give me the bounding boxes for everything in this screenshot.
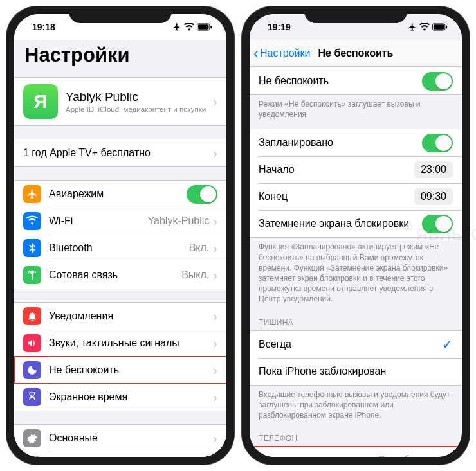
profile-sub: Apple ID, iCloud, медиаконтент и покупки bbox=[66, 105, 213, 113]
row-label: Запланировано bbox=[259, 137, 422, 148]
svg-rect-5 bbox=[434, 24, 444, 29]
screen-left: 19:18 Настройки Я Yablyk Public Apple ID… bbox=[14, 14, 226, 457]
settings-content: Настройки Я Yablyk Public Apple ID, iClo… bbox=[14, 40, 226, 457]
status-time: 19:19 bbox=[268, 22, 291, 32]
end-time-row[interactable]: Конец 09:30 bbox=[250, 183, 462, 210]
chevron-left-icon: ‹ bbox=[253, 44, 259, 62]
notch bbox=[69, 6, 172, 23]
dim-lock-screen-row[interactable]: Затемнение экрана блокировки bbox=[250, 210, 462, 237]
page-title: Настройки bbox=[14, 40, 226, 72]
speaker-icon bbox=[23, 334, 41, 352]
dnd-toggle-row[interactable]: Не беспокоить bbox=[250, 67, 462, 94]
status-icons bbox=[172, 22, 212, 31]
settings-row-airplane[interactable]: Авиарежим bbox=[14, 181, 226, 208]
dim-switch[interactable] bbox=[422, 215, 453, 233]
chevron-icon: › bbox=[448, 453, 453, 457]
phone-right: ЯБЛЫК 19:19 ‹ Настройки Не беспокоить Не… bbox=[242, 6, 470, 465]
row-label: Основные bbox=[49, 432, 213, 444]
chevron-icon: › bbox=[213, 241, 217, 256]
chevron-icon: › bbox=[213, 94, 217, 109]
scheduled-switch[interactable] bbox=[422, 134, 453, 152]
wifi-status-icon bbox=[184, 23, 194, 31]
promo-group: 1 год Apple TV+ бесплатно › bbox=[14, 139, 226, 167]
settings-row-hourglass[interactable]: Экранное время› bbox=[14, 384, 226, 411]
row-label: Звуки, тактильные сигналы bbox=[49, 337, 213, 349]
status-icons bbox=[408, 22, 448, 31]
row-label: Авиарежим bbox=[49, 188, 187, 200]
battery-status-icon bbox=[197, 23, 212, 31]
svg-rect-2 bbox=[210, 26, 212, 29]
schedule-group: Запланировано Начало 23:00 Конец 09:30 З… bbox=[250, 129, 462, 238]
row-label: Допуск вызовов bbox=[259, 454, 378, 457]
chevron-icon: › bbox=[213, 309, 217, 324]
row-label: Не беспокоить bbox=[259, 75, 422, 87]
antenna-icon bbox=[23, 266, 41, 284]
row-label: Уведомления bbox=[49, 310, 213, 322]
moon-icon bbox=[23, 361, 41, 379]
apple-id-row[interactable]: Я Yablyk Public Apple ID, iCloud, медиак… bbox=[14, 78, 226, 125]
chevron-icon: › bbox=[213, 214, 217, 229]
chevron-icon: › bbox=[213, 363, 217, 378]
row-detail: Вкл. bbox=[189, 242, 210, 254]
bell-icon bbox=[23, 307, 41, 325]
bluetooth-icon bbox=[23, 239, 41, 257]
svg-rect-6 bbox=[446, 26, 447, 29]
avatar: Я bbox=[23, 84, 58, 119]
row-label: Всегда bbox=[259, 339, 442, 350]
silence-option-row[interactable]: Всегда✓ bbox=[250, 331, 462, 358]
phone-left: 19:18 Настройки Я Yablyk Public Apple ID… bbox=[6, 6, 234, 465]
settings-row-bluetooth[interactable]: BluetoothВкл.› bbox=[14, 235, 226, 262]
row-label: Wi-Fi bbox=[49, 215, 148, 227]
scheduled-row[interactable]: Запланировано bbox=[250, 129, 462, 156]
controls-icon bbox=[23, 456, 41, 457]
silence-option-row[interactable]: Пока iPhone заблокирован bbox=[250, 358, 462, 385]
row-label: 1 год Apple TV+ бесплатно bbox=[23, 147, 213, 159]
allow-calls-group: Допуск вызовов От избранных › bbox=[250, 446, 462, 457]
allow-calls-row[interactable]: Допуск вызовов От избранных › bbox=[250, 447, 462, 457]
general-group: Основные›Пункт управления›AAЭкран и ярко… bbox=[14, 424, 226, 457]
airplane-icon bbox=[23, 185, 41, 203]
settings-row-bell[interactable]: Уведомления› bbox=[14, 303, 226, 330]
status-time: 19:18 bbox=[32, 22, 55, 32]
chevron-icon: › bbox=[213, 146, 217, 161]
settings-row-antenna[interactable]: Сотовая связьВыкл.› bbox=[14, 262, 226, 289]
chevron-icon: › bbox=[213, 390, 217, 405]
hourglass-icon bbox=[23, 388, 41, 406]
switch[interactable] bbox=[187, 185, 217, 204]
back-button[interactable]: ‹ Настройки bbox=[253, 44, 310, 62]
row-detail: Выкл. bbox=[181, 269, 209, 281]
gear-icon bbox=[23, 429, 41, 447]
row-detail: От избранных bbox=[378, 454, 444, 457]
nav-title: Не беспокоить bbox=[318, 48, 394, 59]
end-time-value[interactable]: 09:30 bbox=[414, 188, 453, 205]
battery-status-icon bbox=[432, 23, 448, 31]
start-time-value[interactable]: 23:00 bbox=[414, 161, 453, 178]
row-label: Начало bbox=[259, 164, 414, 175]
apple-tv-promo-row[interactable]: 1 год Apple TV+ бесплатно › bbox=[14, 139, 226, 166]
silence-group: Всегда✓Пока iPhone заблокирован bbox=[250, 330, 462, 386]
row-label: Конец bbox=[259, 191, 414, 202]
row-label: Не беспокоить bbox=[49, 364, 213, 376]
row-label: Сотовая связь bbox=[49, 269, 181, 281]
dnd-footer: Режим «Не беспокоить» заглушает вызовы и… bbox=[250, 95, 462, 122]
chevron-icon: › bbox=[213, 268, 217, 283]
settings-row-controls[interactable]: Пункт управления› bbox=[14, 452, 226, 457]
settings-row-speaker[interactable]: Звуки, тактильные сигналы› bbox=[14, 330, 226, 357]
airplane-status-icon bbox=[408, 22, 417, 31]
row-label: Bluetooth bbox=[49, 242, 189, 254]
dnd-toggle-group: Не беспокоить bbox=[250, 67, 462, 95]
settings-row-moon[interactable]: Не беспокоить› bbox=[14, 357, 226, 384]
back-label: Настройки bbox=[260, 48, 310, 59]
nav-bar: ‹ Настройки Не беспокоить bbox=[250, 40, 462, 67]
start-time-row[interactable]: Начало 23:00 bbox=[250, 156, 462, 183]
dnd-switch[interactable] bbox=[422, 72, 453, 91]
settings-row-wifi[interactable]: Wi-FiYablyk-Public› bbox=[14, 208, 226, 235]
wifi-status-icon bbox=[419, 23, 430, 31]
silence-header: ТИШИНА bbox=[250, 307, 462, 330]
svg-rect-1 bbox=[198, 24, 209, 29]
chevron-icon: › bbox=[213, 336, 217, 351]
screen-right: 19:19 ‹ Настройки Не беспокоить Не беспо… bbox=[250, 14, 462, 457]
profile-group: Я Yablyk Public Apple ID, iCloud, медиак… bbox=[14, 77, 226, 126]
airplane-status-icon bbox=[172, 22, 181, 31]
settings-row-gear[interactable]: Основные› bbox=[14, 425, 226, 452]
